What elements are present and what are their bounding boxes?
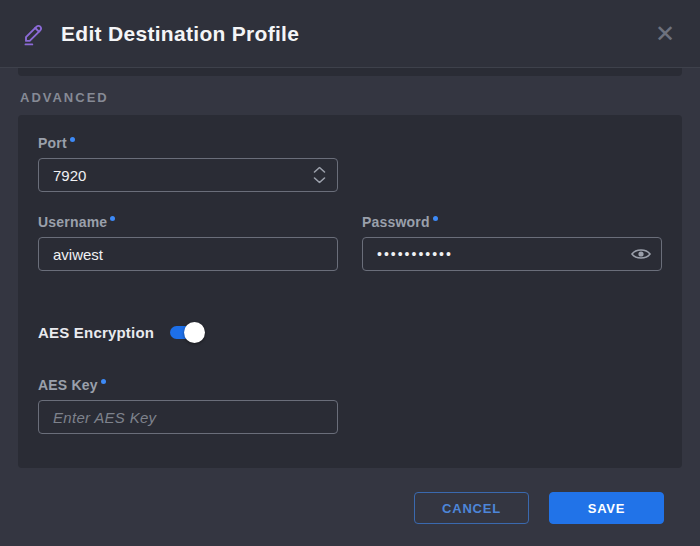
- save-button[interactable]: SAVE: [549, 492, 664, 524]
- port-input-wrap: [38, 158, 338, 192]
- username-input[interactable]: [38, 237, 338, 271]
- port-label: Port: [38, 135, 662, 151]
- advanced-section-label: ADVANCED: [20, 90, 680, 105]
- port-stepper[interactable]: [313, 167, 326, 184]
- username-label: Username: [38, 214, 338, 230]
- advanced-panel: Port: [18, 115, 682, 468]
- pencil-icon: [20, 20, 47, 47]
- username-field-group: Username: [38, 214, 338, 271]
- aes-encryption-row: AES Encryption: [38, 321, 662, 343]
- close-icon[interactable]: ✕: [650, 19, 680, 49]
- port-input[interactable]: [38, 158, 338, 192]
- port-label-text: Port: [38, 135, 67, 151]
- modal-body: ADVANCED Port: [0, 68, 700, 524]
- required-indicator: [101, 379, 106, 384]
- port-field-group: Port: [38, 135, 662, 192]
- required-indicator: [110, 216, 115, 221]
- username-label-text: Username: [38, 214, 107, 230]
- password-label: Password: [362, 214, 662, 230]
- aes-key-label: AES Key: [38, 377, 662, 393]
- chevron-up-icon[interactable]: [313, 167, 326, 174]
- password-input-wrap: [362, 237, 662, 271]
- aes-key-field-group: AES Key: [38, 377, 662, 434]
- aes-key-label-text: AES Key: [38, 377, 98, 393]
- edit-destination-profile-modal: Edit Destination Profile ✕ ADVANCED Port: [0, 0, 700, 546]
- password-label-text: Password: [362, 214, 430, 230]
- required-indicator: [433, 216, 438, 221]
- credentials-row: Username Password: [38, 214, 662, 271]
- aes-encryption-label: AES Encryption: [38, 324, 154, 341]
- toggle-knob[interactable]: [184, 322, 205, 343]
- modal-footer: CANCEL SAVE: [18, 468, 682, 524]
- chevron-down-icon[interactable]: [313, 177, 326, 184]
- username-input-wrap: [38, 237, 338, 271]
- aes-key-input[interactable]: [38, 400, 338, 434]
- required-indicator: [70, 137, 75, 142]
- cancel-button[interactable]: CANCEL: [414, 492, 529, 524]
- aes-encryption-toggle[interactable]: [170, 326, 201, 339]
- eye-icon[interactable]: [631, 247, 651, 261]
- modal-header: Edit Destination Profile ✕: [0, 0, 700, 68]
- modal-title: Edit Destination Profile: [61, 22, 650, 46]
- password-field-group: Password: [362, 214, 662, 271]
- password-input[interactable]: [362, 237, 662, 271]
- previous-section-panel-tail: [18, 68, 682, 76]
- aes-key-input-wrap: [38, 400, 338, 434]
